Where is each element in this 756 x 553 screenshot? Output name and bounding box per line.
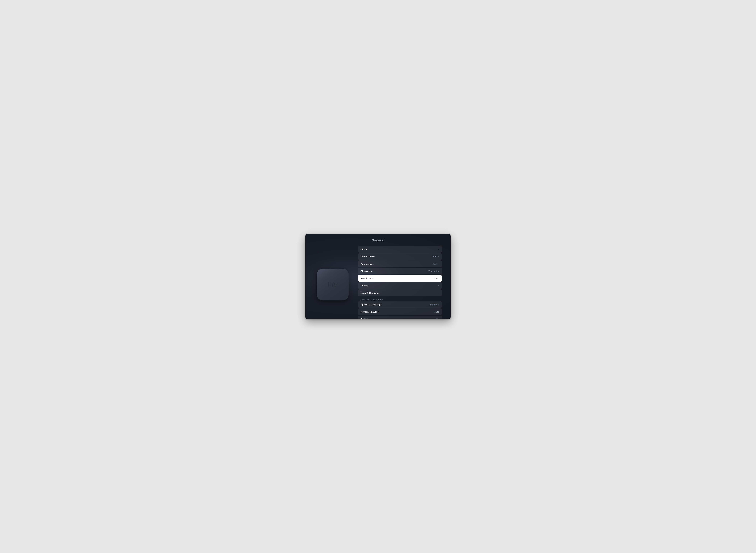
- menu-label-appearance: Appearance: [361, 262, 373, 265]
- menu-label-screen-saver: Screen Saver: [361, 255, 375, 258]
- menu-item-privacy[interactable]: Privacy ›: [358, 282, 441, 289]
- menu-label-about: About: [361, 248, 367, 251]
- menu-right-legal-regulatory: ›: [438, 292, 439, 294]
- apple-icon: : [328, 280, 331, 288]
- menu-label-keyboard-layout: Keyboard Layout: [361, 311, 378, 313]
- chevron-icon-privacy: ›: [438, 285, 439, 287]
- menu-right-privacy: ›: [438, 285, 439, 287]
- menu-right-screen-saver: Aerial ›: [432, 255, 439, 258]
- tv-text: tv: [332, 280, 337, 289]
- menu-item-screen-saver[interactable]: Screen Saver Aerial ›: [358, 253, 441, 260]
- menu-area: About › Screen Saver Aerial › Appearance: [358, 246, 441, 319]
- chevron-icon-appearance: ›: [438, 263, 439, 265]
- chevron-icon-legal-regulatory: ›: [438, 292, 439, 294]
- menu-label-privacy: Privacy: [361, 284, 368, 287]
- apple-tv-device:  tv: [317, 269, 348, 300]
- menu-value-dictation: On: [436, 318, 439, 319]
- content-area:  tv About › Screen Saver Aeri: [305, 246, 451, 319]
- menu-right-dictation: On: [436, 318, 439, 319]
- menu-item-sleep-after[interactable]: Sleep After 15 minutes: [358, 268, 441, 274]
- menu-label-dictation: Dictation: [361, 318, 370, 319]
- menu-item-dictation[interactable]: Dictation On: [358, 316, 441, 319]
- menu-item-legal-regulatory[interactable]: Legal & Regulatory ›: [358, 290, 441, 296]
- menu-right-appearance: Dark ›: [433, 262, 439, 265]
- menu-right-sleep-after: 15 minutes: [428, 270, 439, 272]
- menu-value-sleep-after: 15 minutes: [428, 270, 439, 272]
- chevron-icon-about: ›: [438, 248, 439, 250]
- device-area:  tv: [315, 269, 351, 300]
- chevron-icon-screen-saver: ›: [438, 255, 439, 258]
- menu-value-apple-tv-languages: English: [430, 303, 437, 306]
- menu-label-sleep-after: Sleep After: [361, 270, 372, 272]
- apple-tv-logo:  tv: [328, 280, 337, 289]
- screen: General  tv About ›: [305, 234, 451, 319]
- menu-item-appearance[interactable]: Appearance Dark ›: [358, 260, 441, 267]
- menu-label-legal-regulatory: Legal & Regulatory: [361, 292, 380, 294]
- tv-frame: General  tv About ›: [305, 234, 451, 319]
- menu-right-apple-tv-languages: English ›: [430, 303, 439, 306]
- page-title: General: [372, 238, 384, 242]
- menu-label-restrictions: Restrictions: [361, 277, 373, 280]
- menu-item-keyboard-layout[interactable]: Keyboard Layout Auto: [358, 308, 441, 315]
- chevron-icon-apple-tv-languages: ›: [438, 303, 439, 306]
- menu-value-screen-saver: Aerial: [432, 255, 437, 258]
- menu-item-apple-tv-languages[interactable]: Apple TV Languages English ›: [358, 301, 441, 308]
- menu-value-keyboard-layout: Auto: [434, 311, 439, 313]
- menu-right-restrictions: On ›: [434, 277, 439, 280]
- language-section-label: LANGUAGE AND REGION: [358, 298, 441, 301]
- menu-right-keyboard-layout: Auto: [434, 311, 439, 313]
- menu-item-about[interactable]: About ›: [358, 246, 441, 253]
- menu-item-restrictions[interactable]: Restrictions On ›: [358, 275, 441, 282]
- chevron-icon-restrictions: ›: [438, 277, 439, 280]
- menu-value-restrictions: On: [434, 277, 437, 280]
- menu-value-appearance: Dark: [433, 262, 437, 265]
- menu-right-about: ›: [438, 248, 439, 250]
- menu-label-apple-tv-languages: Apple TV Languages: [361, 303, 382, 306]
